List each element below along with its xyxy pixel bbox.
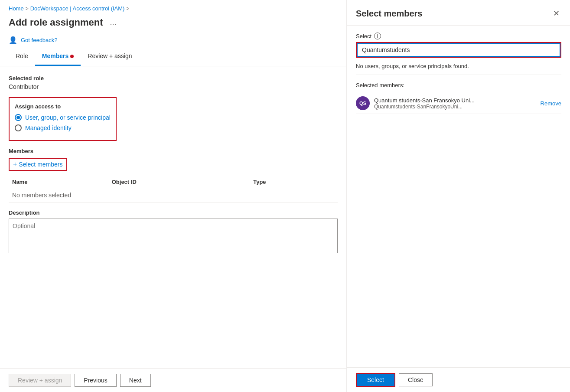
no-results-message: No users, groups, or service principals … — [356, 58, 561, 75]
radio-user-checked[interactable] — [15, 114, 22, 121]
breadcrumb-sep2: > — [126, 6, 129, 12]
description-section: Description — [9, 209, 338, 255]
feedback-icon: 👤 — [9, 36, 17, 44]
breadcrumb-sep1: > — [26, 6, 29, 12]
search-input[interactable] — [357, 43, 560, 57]
feedback-text[interactable]: Got feedback? — [21, 37, 58, 43]
member-subtitle: Quantumstudents-SanFransokyoUni... — [374, 104, 536, 110]
members-dot — [70, 55, 74, 58]
plus-icon: + — [13, 160, 17, 168]
review-assign-button[interactable]: Review + assign — [9, 374, 71, 387]
next-button[interactable]: Next — [120, 374, 151, 387]
select-label-row: Select i — [356, 33, 561, 39]
breadcrumb-workspace[interactable]: DocWorkspace | Access control (IAM) — [30, 5, 125, 12]
member-info: Quantum students-San Fransokyo Uni... Qu… — [374, 97, 536, 110]
description-label: Description — [9, 209, 338, 216]
select-label: Select — [356, 33, 371, 39]
tabs-nav: Role Members Review + assign — [0, 47, 346, 66]
avatar: QS — [356, 96, 370, 110]
members-title: Members — [9, 148, 338, 154]
tab-members[interactable]: Members — [35, 47, 81, 66]
radio-managed[interactable]: Managed identity — [15, 124, 111, 131]
selected-members-section: Selected members: QS Quantum students-Sa… — [356, 82, 561, 114]
description-textarea[interactable] — [9, 219, 338, 253]
selected-role-value: Contributor — [9, 83, 338, 90]
select-members-text: Select members — [19, 161, 62, 168]
close-footer-button[interactable]: Close — [399, 373, 433, 386]
select-members-link[interactable]: + Select members — [9, 158, 67, 171]
tab-role[interactable]: Role — [9, 47, 35, 66]
radio-user-group[interactable]: User, group, or service principal — [15, 114, 111, 121]
previous-button[interactable]: Previous — [75, 374, 116, 387]
assign-access-box: Assign access to User, group, or service… — [9, 97, 117, 141]
bottom-bar: Review + assign Previous Next — [0, 368, 346, 392]
right-panel-header: Select members ✕ — [347, 0, 570, 26]
no-members-text: No members selected — [9, 188, 338, 203]
breadcrumb-home[interactable]: Home — [9, 5, 24, 12]
ellipsis-button[interactable]: ... — [107, 17, 119, 28]
radio-user-label: User, group, or service principal — [25, 114, 111, 121]
list-item: QS Quantum students-San Fransokyo Uni...… — [356, 93, 561, 114]
members-section: Members + Select members Name Object ID … — [9, 148, 338, 203]
select-button[interactable]: Select — [356, 373, 395, 387]
right-panel-title: Select members — [356, 9, 422, 19]
members-table: Name Object ID Type No members selected — [9, 176, 338, 203]
info-icon[interactable]: i — [374, 33, 381, 39]
selected-role-label: Selected role — [9, 75, 338, 82]
remove-member-button[interactable]: Remove — [541, 100, 561, 107]
radio-managed-circle[interactable] — [15, 124, 22, 131]
breadcrumb: Home > DocWorkspace | Access control (IA… — [0, 0, 346, 15]
close-panel-button[interactable]: ✕ — [551, 7, 561, 20]
table-row: No members selected — [9, 188, 338, 203]
member-name: Quantum students-San Fransokyo Uni... — [374, 97, 536, 104]
selected-members-label: Selected members: — [356, 82, 561, 88]
page-title: Add role assignment — [9, 17, 103, 28]
col-name: Name — [9, 176, 108, 188]
radio-managed-label: Managed identity — [25, 124, 72, 131]
col-type: Type — [250, 176, 338, 188]
search-input-box — [356, 42, 561, 58]
assign-access-title: Assign access to — [15, 103, 111, 110]
tab-review-assign[interactable]: Review + assign — [81, 47, 139, 66]
right-footer: Select Close — [347, 367, 570, 392]
col-object-id: Object ID — [108, 176, 250, 188]
